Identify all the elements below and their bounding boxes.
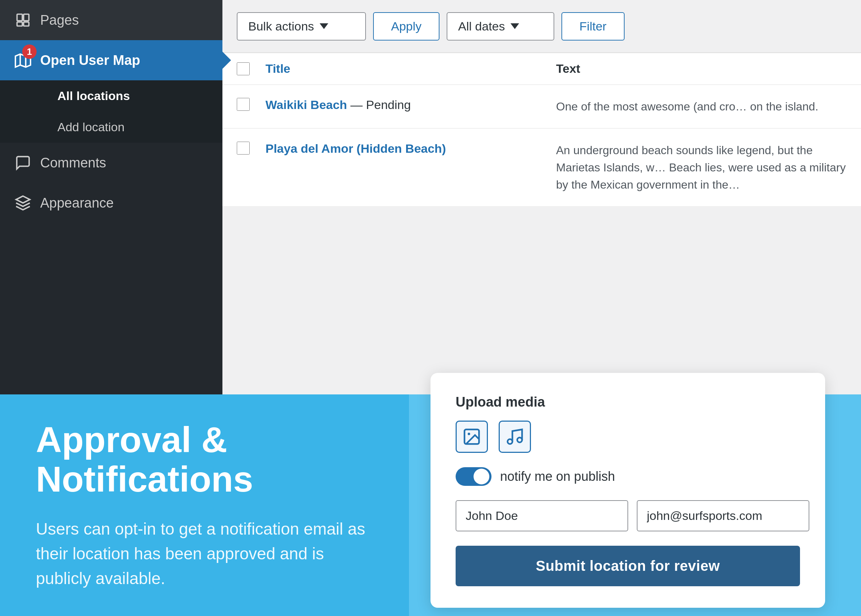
sub-item-add-location[interactable]: Add location [43,112,222,143]
bottom-section: Approval & Notifications Users can opt-i… [0,394,861,616]
approval-section: Approval & Notifications Users can opt-i… [0,394,409,616]
notify-label: notify me on publish [500,469,615,484]
sub-item-all-locations[interactable]: All locations [43,80,222,112]
sidebar-item-open-user-map[interactable]: Open User Map 1 [0,40,222,80]
sub-menu: All locations Add location [0,80,222,143]
svg-rect-3 [24,22,29,26]
table-row: Playa del Amor (Hidden Beach) An undergr… [222,129,861,207]
row-title-link-1[interactable]: Waikiki Beach [266,98,351,112]
location-name-2: Playa del Amor (Hidden Beach) [266,141,446,155]
upload-media-label: Upload media [456,394,800,410]
table-header: Title Text [222,53,861,85]
text-column-header: Text [556,62,847,75]
row-text-1: One of the most awesome (and cro… on the… [556,98,847,115]
sidebar-item-comments-label: Comments [40,155,106,171]
date-chevron-icon [510,23,519,29]
comments-icon [14,154,31,171]
sidebar: Pages Open User Map 1 All locations Add … [0,0,222,394]
select-all-checkbox[interactable] [237,62,250,75]
notify-toggle[interactable] [456,467,491,486]
row-status-1: — Pending [351,98,411,112]
notification-badge: 1 [22,44,36,59]
table-row: Waikiki Beach — Pending One of the most … [222,85,861,129]
notify-toggle-row: notify me on publish [456,467,800,486]
row-text-2: An underground beach sounds like legend,… [556,141,847,193]
submit-location-button[interactable]: Submit location for review [456,546,800,586]
appearance-icon [14,194,31,212]
sidebar-item-pages[interactable]: Pages [0,0,222,40]
svg-point-6 [508,439,513,444]
sidebar-item-comments[interactable]: Comments [0,143,222,183]
email-input[interactable] [637,500,809,531]
svg-rect-2 [17,22,23,26]
form-panel: Upload media notify me on publish [430,373,825,608]
row-title-link-2[interactable]: Playa del Amor (Hidden Beach) [266,141,446,155]
sidebar-item-map-label: Open User Map [40,53,140,68]
locations-table: Title Text Waikiki Beach — Pending One o… [222,53,861,207]
approval-title: Approval & Notifications [36,420,373,499]
name-input[interactable] [456,500,628,531]
location-name-1: Waikiki Beach [266,98,347,112]
svg-rect-0 [17,14,23,21]
approval-description: Users can opt-in to get a notification e… [36,517,373,591]
user-info-row [456,500,800,531]
row-title-1: Waikiki Beach — Pending [266,98,556,112]
toolbar: Bulk actions Apply All dates Filter [222,0,861,53]
pages-icon [14,11,31,29]
media-icons-row [456,421,800,453]
active-indicator [221,50,231,70]
image-icon [462,427,482,446]
title-column-header[interactable]: Title [266,62,556,75]
upload-image-button[interactable] [456,421,488,453]
row-title-2: Playa del Amor (Hidden Beach) [266,141,556,156]
main-panel: Bulk actions Apply All dates Filter Titl… [222,0,861,394]
svg-rect-1 [24,14,29,21]
row-checkbox-2[interactable] [237,141,250,154]
bulk-actions-label: Bulk actions [248,19,314,33]
date-filter-select[interactable]: All dates [447,12,554,41]
bulk-actions-select[interactable]: Bulk actions [237,12,366,41]
filter-button[interactable]: Filter [562,12,625,41]
sidebar-item-appearance-label: Appearance [40,195,114,211]
all-dates-label: All dates [458,19,505,33]
music-icon [505,427,524,446]
bulk-actions-chevron-icon [320,23,328,29]
svg-point-7 [517,437,523,442]
row-checkbox-1[interactable] [237,98,250,111]
sidebar-item-pages-label: Pages [40,13,79,28]
svg-point-5 [468,433,470,435]
apply-button[interactable]: Apply [373,12,439,41]
sidebar-item-appearance[interactable]: Appearance [0,183,222,223]
upload-audio-button[interactable] [499,421,531,453]
